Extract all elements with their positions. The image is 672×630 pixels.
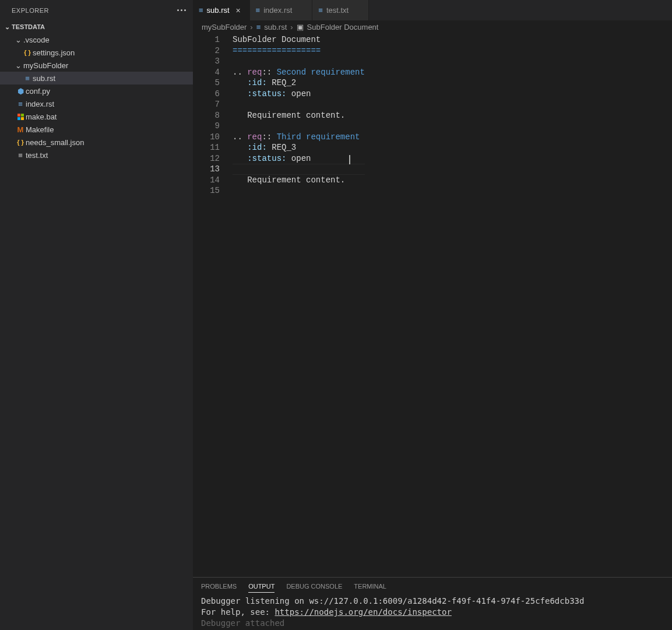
rst-icon: ≡ [256, 23, 261, 31]
panel-tab-problems[interactable]: PROBLEMS [201, 583, 237, 590]
panel-tab-debug-console[interactable]: DEBUG CONSOLE [286, 583, 342, 590]
tab-label: test.txt [326, 6, 349, 15]
chevron-down-icon: ⌄ [15, 61, 23, 70]
file-item[interactable]: ≡index.rst [0, 97, 193, 110]
chevron-down-icon: ⌄ [15, 36, 23, 44]
tree-item-label: test.txt [26, 151, 48, 160]
make-icon: M [15, 125, 26, 134]
rst-icon: ≡ [15, 100, 26, 108]
output-line: Debugger listening on ws://127.0.0.1:600… [201, 596, 664, 607]
win-icon [15, 114, 26, 120]
chevron-down-icon: ⌄ [2, 23, 12, 31]
explorer-sidebar: EXPLORER ⌄ TESTDATA ⌄.vscode{ }settings.… [0, 0, 193, 630]
file-tree: ⌄.vscode{ }settings.json⌄mySubFolder≡sub… [0, 33, 193, 161]
explorer-header: EXPLORER [0, 0, 193, 20]
editor-area: ≡sub.rst×≡index.rst≡test.txt mySubFolder… [193, 0, 672, 630]
rst-icon: ≡ [256, 6, 261, 15]
tree-item-label: .vscode [23, 36, 50, 44]
line-gutter: 123456789101112131415 [193, 33, 233, 577]
tab-label: index.rst [263, 6, 292, 15]
chevron-right-icon: › [250, 23, 252, 31]
close-icon[interactable]: × [233, 6, 244, 15]
json-icon: { } [22, 49, 33, 56]
tree-item-label: conf.py [26, 87, 50, 96]
explorer-title: EXPLORER [12, 7, 49, 14]
code-editor[interactable]: 123456789101112131415 SubFolder Document… [193, 33, 672, 577]
file-item[interactable]: make.bat [0, 110, 193, 123]
breadcrumb-part[interactable]: mySubFolder [202, 23, 247, 31]
editor-tab[interactable]: ≡index.rst [250, 0, 313, 20]
panel-tabs: PROBLEMSOUTPUTDEBUG CONSOLETERMINAL [193, 578, 672, 594]
editor-tab[interactable]: ≡sub.rst× [193, 0, 250, 20]
panel-tab-terminal[interactable]: TERMINAL [354, 583, 386, 590]
workspace-name: TESTDATA [12, 23, 45, 30]
symbol-icon: ▣ [297, 23, 304, 31]
output-link[interactable]: https://nodejs.org/en/docs/inspector [275, 607, 451, 617]
output-content[interactable]: Debugger listening on ws://127.0.0.1:600… [193, 594, 672, 630]
tree-item-label: settings.json [33, 48, 75, 57]
bottom-panel: PROBLEMSOUTPUTDEBUG CONSOLETERMINAL Debu… [193, 577, 672, 630]
output-line: Debugger attached [201, 618, 664, 629]
py-icon: ⬢ [15, 87, 26, 96]
breadcrumb-part[interactable]: SubFolder Document [307, 23, 379, 31]
tree-item-label: make.bat [26, 112, 57, 121]
tree-item-label: Makefile [26, 125, 54, 134]
file-item[interactable]: { }needs_small.json [0, 136, 193, 149]
rst-icon: ≡ [318, 6, 323, 15]
tree-item-label: index.rst [26, 100, 54, 108]
file-item[interactable]: ⬢conf.py [0, 85, 193, 97]
breadcrumb-part[interactable]: sub.rst [264, 23, 287, 31]
folder-item[interactable]: ⌄.vscode [0, 33, 193, 46]
file-item[interactable]: MMakefile [0, 123, 193, 136]
rst-icon: ≡ [22, 74, 33, 83]
file-item[interactable]: ≡test.txt [0, 149, 193, 161]
json-icon: { } [15, 139, 26, 146]
more-actions-icon[interactable] [177, 9, 186, 11]
txt-icon: ≡ [15, 151, 26, 160]
code-content[interactable]: SubFolder Document================== .. … [233, 33, 365, 577]
tree-item-label: sub.rst [33, 74, 55, 83]
file-item[interactable]: { }settings.json [0, 46, 193, 59]
tab-label: sub.rst [207, 6, 230, 15]
panel-tab-output[interactable]: OUTPUT [248, 583, 275, 593]
chevron-right-icon: › [290, 23, 293, 31]
editor-tab[interactable]: ≡test.txt [312, 0, 369, 20]
output-line: For help, see: https://nodejs.org/en/doc… [201, 607, 664, 618]
folder-item[interactable]: ⌄mySubFolder [0, 59, 193, 72]
breadcrumb[interactable]: mySubFolder › ≡ sub.rst › ▣ SubFolder Do… [193, 20, 672, 33]
text-cursor [349, 155, 350, 164]
tree-item-label: needs_small.json [26, 138, 84, 147]
rst-icon: ≡ [199, 6, 203, 15]
tree-item-label: mySubFolder [23, 61, 68, 70]
workspace-header[interactable]: ⌄ TESTDATA [0, 20, 193, 33]
editor-tabs: ≡sub.rst×≡index.rst≡test.txt [193, 0, 672, 20]
file-item[interactable]: ≡sub.rst [0, 72, 193, 85]
